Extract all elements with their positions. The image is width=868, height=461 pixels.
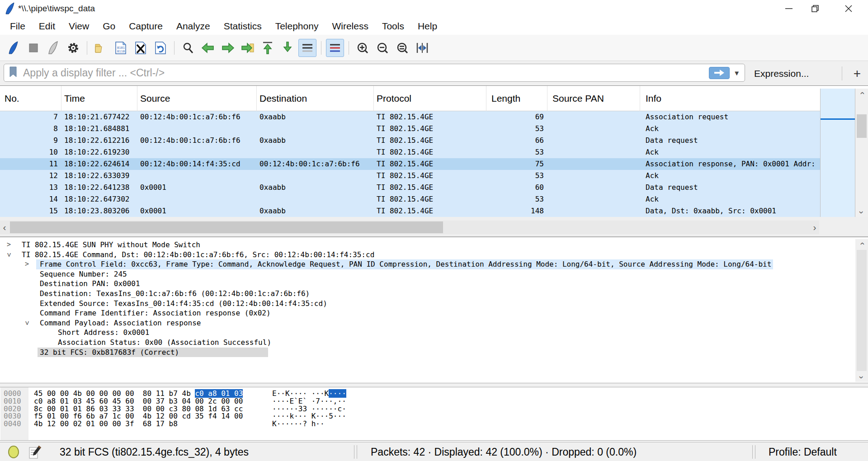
cell-no: 14 bbox=[0, 193, 61, 205]
close-file-icon[interactable] bbox=[132, 39, 150, 57]
detail-line[interactable]: >Command Payload: Association response bbox=[0, 318, 854, 328]
column-header-protocol[interactable]: Protocol bbox=[374, 86, 486, 111]
minimize-button[interactable] bbox=[776, 0, 802, 17]
stop-capture-icon[interactable] bbox=[24, 39, 42, 57]
packet-row[interactable]: 1418:10:22.647302TI 802.15.4GE53Ack bbox=[0, 193, 820, 205]
maximize-button[interactable] bbox=[802, 0, 828, 17]
detail-text: Association Status: 0x00 (Association Su… bbox=[58, 338, 271, 348]
detail-line[interactable]: Destination: TexasIns_00:1c:a7:6b:f6 (00… bbox=[0, 289, 854, 299]
restart-capture-fin-icon[interactable] bbox=[44, 39, 62, 57]
packet-row[interactable]: 718:10:21.67742200:12:4b:00:1c:a7:6b:f60… bbox=[0, 111, 820, 123]
detail-line[interactable]: >Frame Control Field: 0xcc63, Frame Type… bbox=[0, 259, 854, 269]
menu-item-telephony[interactable]: Telephony bbox=[269, 17, 326, 35]
packet-row[interactable]: 918:10:22.61221600:12:4b:00:1c:a7:6b:f60… bbox=[0, 135, 820, 146]
column-header-length[interactable]: Length bbox=[486, 86, 547, 111]
column-header-time[interactable]: Time bbox=[61, 86, 137, 111]
scroll-down-icon[interactable]: › bbox=[855, 373, 868, 382]
packet-row[interactable]: 818:10:21.684881TI 802.15.4GE53Ack bbox=[0, 123, 820, 135]
capture-options-gear-icon[interactable] bbox=[64, 39, 82, 57]
menu-item-capture[interactable]: Capture bbox=[122, 17, 170, 35]
bookmark-icon[interactable] bbox=[9, 66, 18, 80]
find-packet-magnifier-icon[interactable] bbox=[179, 39, 197, 57]
packet-list-vscrollbar[interactable]: › › bbox=[855, 89, 868, 217]
reload-file-icon[interactable] bbox=[151, 39, 170, 57]
detail-line[interactable]: Association Status: 0x00 (Association Su… bbox=[0, 338, 854, 348]
detail-line[interactable]: Short Address: 0x0001 bbox=[0, 328, 854, 338]
menu-item-wireless[interactable]: Wireless bbox=[325, 17, 375, 35]
zoom-reset-icon[interactable] bbox=[393, 39, 411, 57]
column-header-info[interactable]: Info bbox=[640, 86, 820, 111]
packet-list-hscrollbar[interactable]: ‹ › bbox=[0, 221, 819, 234]
statusbar-field-info[interactable]: 32 bit FCS (ti802.15.4ge.fcs_32), 4 byte… bbox=[60, 442, 249, 461]
scroll-up-icon[interactable]: › bbox=[855, 239, 868, 248]
apply-filter-button[interactable] bbox=[709, 67, 730, 79]
menu-item-analyze[interactable]: Analyze bbox=[170, 17, 217, 35]
detail-vscrollbar[interactable]: › › bbox=[855, 239, 868, 382]
menu-item-edit[interactable]: Edit bbox=[32, 17, 62, 35]
scroll-left-icon[interactable]: ‹ bbox=[0, 221, 9, 234]
close-button[interactable] bbox=[835, 0, 862, 17]
go-to-last-arrow-icon[interactable] bbox=[278, 39, 297, 57]
menu-item-tools[interactable]: Tools bbox=[375, 17, 411, 35]
detail-line[interactable]: >TI 802.15.4GE SUN PHY without Mode Swit… bbox=[0, 240, 854, 250]
resize-columns-icon[interactable] bbox=[413, 39, 431, 57]
expander-expanded-icon[interactable]: > bbox=[4, 253, 14, 257]
statusbar-separator bbox=[357, 445, 357, 459]
save-file-icon[interactable]: 01010110 bbox=[112, 39, 130, 57]
detail-line[interactable]: Extended Source: TexasIns_00:14:f4:35:cd… bbox=[0, 299, 854, 309]
scroll-down-icon[interactable]: › bbox=[855, 208, 868, 217]
detail-line[interactable]: Command Frame Identifier: Association re… bbox=[0, 308, 854, 318]
add-filter-button[interactable]: + bbox=[849, 61, 865, 86]
detail-line[interactable]: 32 bit FCS: 0xb817683f (Correct) bbox=[0, 348, 854, 358]
go-to-packet-arrow-icon[interactable] bbox=[239, 39, 257, 57]
menu-item-statistics[interactable]: Statistics bbox=[217, 17, 269, 35]
packet-row[interactable]: 1518:10:23.8032060x00010xaabbTI 802.15.4… bbox=[0, 205, 820, 217]
hscrollbar-thumb[interactable] bbox=[10, 221, 443, 233]
menu-item-view[interactable]: View bbox=[62, 17, 96, 35]
packet-row[interactable]: 1118:10:22.62461400:12:4b:00:14:f4:35:cd… bbox=[0, 158, 820, 170]
expander-expanded-icon[interactable]: > bbox=[22, 321, 32, 325]
intelligent-scrollbar-minimap[interactable] bbox=[820, 89, 855, 217]
scrollbar-thumb[interactable] bbox=[857, 114, 867, 138]
expander-collapsed-icon[interactable]: > bbox=[25, 259, 29, 269]
hex-ascii[interactable]: K······? h·· bbox=[272, 420, 325, 428]
display-filter-input[interactable] bbox=[22, 66, 709, 80]
expander-collapsed-icon[interactable]: > bbox=[7, 240, 11, 250]
detail-line[interactable]: >TI 802.15.4GE Command, Dst: 00:12:4b:00… bbox=[0, 250, 854, 260]
go-to-first-arrow-icon[interactable] bbox=[259, 39, 277, 57]
detail-line[interactable]: Destination PAN: 0x0001 bbox=[0, 279, 854, 289]
column-header-source-pan[interactable]: Source PAN bbox=[547, 86, 640, 111]
scroll-up-icon[interactable]: › bbox=[855, 89, 868, 98]
menu-item-help[interactable]: Help bbox=[411, 17, 444, 35]
packet-row[interactable]: 1318:10:22.6412380x00010xaabbTI 802.15.4… bbox=[0, 182, 820, 193]
filter-dropdown-caret-icon[interactable]: ▼ bbox=[733, 69, 740, 77]
column-header-no[interactable]: No. bbox=[0, 86, 61, 111]
auto-scroll-button[interactable] bbox=[298, 39, 316, 57]
zoom-in-icon[interactable] bbox=[354, 39, 372, 57]
hex-bytes[interactable]: 4b 12 00 02 01 00 00 3f 68 17 b8 bbox=[34, 420, 178, 428]
statusbar-profile[interactable]: Profile: Default bbox=[769, 442, 837, 461]
scrollbar-thumb[interactable] bbox=[857, 250, 867, 371]
menu-item-file[interactable]: File bbox=[3, 17, 32, 35]
menu-bar: FileEditViewGoCaptureAnalyzeStatisticsTe… bbox=[0, 17, 868, 35]
display-filter-box[interactable]: ▼ bbox=[4, 64, 745, 82]
detail-line[interactable]: Sequence Number: 245 bbox=[0, 269, 854, 279]
colorize-button[interactable] bbox=[326, 39, 344, 57]
zoom-out-icon[interactable] bbox=[373, 39, 392, 57]
expression-button[interactable]: Expression... bbox=[754, 61, 809, 86]
hex-line[interactable]: 00404b 12 00 02 01 00 00 3f 68 17 b8K···… bbox=[0, 420, 868, 428]
cell-no: 10 bbox=[0, 146, 61, 158]
go-back-arrow-icon[interactable] bbox=[199, 39, 217, 57]
capture-comment-pencil-icon[interactable] bbox=[28, 445, 42, 461]
column-header-destination[interactable]: Destination bbox=[257, 86, 374, 111]
start-capture-fin-icon[interactable] bbox=[5, 39, 23, 57]
go-forward-arrow-icon[interactable] bbox=[219, 39, 237, 57]
detail-text: 32 bit FCS: 0xb817683f (Correct) bbox=[38, 348, 268, 358]
expert-info-indicator-icon[interactable] bbox=[7, 445, 20, 461]
menu-item-go[interactable]: Go bbox=[96, 17, 122, 35]
open-file-folder-icon[interactable] bbox=[92, 39, 110, 57]
packet-row[interactable]: 1218:10:22.633039TI 802.15.4GE53Ack bbox=[0, 170, 820, 182]
column-header-source[interactable]: Source bbox=[137, 86, 257, 111]
scroll-right-icon[interactable]: › bbox=[810, 221, 819, 234]
packet-row[interactable]: 1018:10:22.619230TI 802.15.4GE53Ack bbox=[0, 146, 820, 158]
